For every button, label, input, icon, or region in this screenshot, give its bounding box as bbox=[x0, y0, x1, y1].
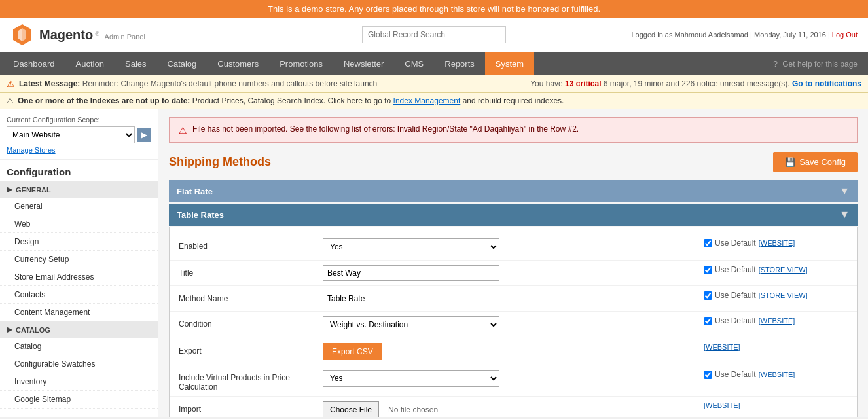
import-website-badge[interactable]: [WEBSITE] bbox=[704, 401, 740, 409]
export-label: Export bbox=[179, 343, 323, 355]
condition-select[interactable]: Weight vs. Destination bbox=[323, 316, 499, 333]
flat-rate-toggle-icon: ▼ bbox=[839, 185, 850, 197]
nav-bar: Dashboard Auction Sales Catalog Customer… bbox=[0, 52, 868, 75]
include-virtual-label: Include Virtual Products in Price Calcul… bbox=[179, 370, 323, 392]
index-management-link[interactable]: Index Management bbox=[393, 96, 461, 105]
logo-text: Magento bbox=[39, 27, 93, 42]
sidebar-section-catalog[interactable]: ▶ CATALOG bbox=[0, 321, 158, 338]
flat-rate-title: Flat Rate bbox=[177, 187, 213, 196]
index-message-bar: ⚠ One or more of the Indexes are not up … bbox=[0, 93, 868, 109]
sidebar-item-contacts[interactable]: Contacts bbox=[0, 286, 158, 304]
nav-reports[interactable]: Reports bbox=[434, 52, 485, 75]
logo-sub: Admin Panel bbox=[105, 33, 145, 41]
method-name-row: Method Name Use Default [STORE VIEW] bbox=[170, 286, 857, 312]
nav-dashboard[interactable]: Dashboard bbox=[3, 52, 65, 75]
import-label: Import bbox=[179, 401, 323, 414]
import-row: Import Choose File No file chosen [WEBSI… bbox=[170, 397, 857, 417]
sidebar-item-content-management[interactable]: Content Management bbox=[0, 304, 158, 321]
no-file-text: No file chosen bbox=[388, 405, 438, 414]
user-info: Logged in as Mahmoud Abdelsamad bbox=[631, 31, 748, 39]
search-area bbox=[295, 26, 572, 43]
title-row: Title Use Default [STORE VIEW] bbox=[170, 261, 857, 286]
include-virtual-select[interactable]: Yes bbox=[323, 370, 499, 387]
critical-link[interactable]: 13 critical bbox=[565, 79, 601, 88]
title-input[interactable] bbox=[323, 265, 499, 281]
sidebar-item-google-sitemap[interactable]: Google Sitemap bbox=[0, 391, 158, 409]
sidebar-section-general[interactable]: ▶ GENERAL bbox=[0, 181, 158, 198]
export-row: Export Export CSV [WEBSITE] bbox=[170, 338, 857, 365]
table-rates-title: Table Rates bbox=[177, 210, 224, 220]
method-name-store-badge[interactable]: [STORE VIEW] bbox=[759, 291, 808, 299]
save-config-button[interactable]: 💾 Save Config bbox=[773, 152, 858, 172]
method-name-input[interactable] bbox=[323, 291, 499, 306]
nav-cms[interactable]: CMS bbox=[394, 52, 434, 75]
scope-button[interactable]: ▶ bbox=[137, 128, 151, 142]
warning-icon: ⚠ bbox=[7, 79, 15, 89]
export-csv-button[interactable]: Export CSV bbox=[323, 343, 382, 360]
section-arrow-general: ▶ bbox=[7, 185, 12, 194]
logout-link[interactable]: Log Out bbox=[832, 31, 858, 39]
logo-area: Magento ® Admin Panel bbox=[10, 23, 287, 46]
demo-banner: This is a demo store. Any orders placed … bbox=[0, 0, 868, 18]
enabled-select[interactable]: Yes bbox=[323, 238, 499, 255]
page-title: Shipping Methods bbox=[169, 155, 271, 169]
sidebar-item-currency-setup[interactable]: Currency Setup bbox=[0, 251, 158, 268]
title-store-badge[interactable]: [STORE VIEW] bbox=[759, 266, 808, 274]
page-header: Shipping Methods 💾 Save Config bbox=[169, 152, 858, 172]
scope-select[interactable]: Main Website bbox=[7, 126, 135, 143]
help-icon: ? bbox=[773, 60, 778, 69]
header: Magento ® Admin Panel Logged in as Mahmo… bbox=[0, 18, 868, 52]
choose-file-button[interactable]: Choose File bbox=[323, 401, 379, 417]
content-area: ⚠ File has not been imported. See the fo… bbox=[158, 109, 868, 417]
sidebar: Current Configuration Scope: Main Websit… bbox=[0, 109, 158, 417]
save-icon: 💾 bbox=[785, 157, 795, 167]
user-area: Logged in as Mahmoud Abdelsamad | Monday… bbox=[581, 31, 858, 39]
include-virtual-use-default-checkbox[interactable] bbox=[704, 371, 712, 379]
sidebar-item-design[interactable]: Design bbox=[0, 233, 158, 251]
include-virtual-website-badge[interactable]: [WEBSITE] bbox=[759, 371, 795, 378]
table-rates-header[interactable]: Table Rates ▼ bbox=[169, 204, 858, 226]
help-link[interactable]: ? Get help for this page bbox=[765, 53, 865, 75]
warning-icon-2: ⚠ bbox=[7, 96, 14, 105]
sidebar-item-web[interactable]: Web bbox=[0, 215, 158, 233]
nav-promotions[interactable]: Promotions bbox=[269, 52, 333, 75]
title-use-default-checkbox[interactable] bbox=[704, 266, 712, 274]
condition-label: Condition bbox=[179, 316, 323, 329]
sidebar-catalog-items: Catalog Configurable Swatches Inventory … bbox=[0, 338, 158, 409]
enabled-website-badge[interactable]: [WEBSITE] bbox=[759, 239, 795, 247]
scope-label: Current Configuration Scope: bbox=[7, 116, 151, 124]
include-virtual-row: Include Virtual Products in Price Calcul… bbox=[170, 365, 857, 397]
search-input[interactable] bbox=[362, 26, 506, 43]
latest-message-bar: ⚠ Latest Message: Reminder: Change Magen… bbox=[0, 75, 868, 93]
flat-rate-header[interactable]: Flat Rate ▼ bbox=[169, 180, 858, 202]
export-website-badge[interactable]: [WEBSITE] bbox=[704, 343, 740, 351]
sidebar-item-store-email[interactable]: Store Email Addresses bbox=[0, 268, 158, 286]
main-layout: Current Configuration Scope: Main Websit… bbox=[0, 109, 868, 417]
enabled-label: Enabled bbox=[179, 238, 323, 251]
nav-customers[interactable]: Customers bbox=[207, 52, 269, 75]
table-rates-content: Enabled Yes Use Default [WEBSITE] Title bbox=[169, 227, 858, 417]
sidebar-item-catalog[interactable]: Catalog bbox=[0, 338, 158, 355]
go-notifications-link[interactable]: Go to notifications bbox=[792, 79, 861, 88]
sidebar-item-configurable-swatches[interactable]: Configurable Swatches bbox=[0, 355, 158, 373]
nav-auction[interactable]: Auction bbox=[65, 52, 115, 75]
title-label: Title bbox=[179, 265, 323, 278]
nav-system[interactable]: System bbox=[485, 52, 534, 75]
enabled-row: Enabled Yes Use Default [WEBSITE] bbox=[170, 234, 857, 261]
magento-logo-icon bbox=[10, 23, 34, 46]
method-name-use-default-checkbox[interactable] bbox=[704, 291, 712, 300]
condition-use-default-checkbox[interactable] bbox=[704, 317, 712, 325]
sidebar-item-inventory[interactable]: Inventory bbox=[0, 373, 158, 391]
manage-stores-link[interactable]: Manage Stores bbox=[7, 146, 151, 154]
sidebar-general-items: General Web Design Currency Setup Store … bbox=[0, 198, 158, 321]
sidebar-item-general[interactable]: General bbox=[0, 198, 158, 215]
nav-catalog[interactable]: Catalog bbox=[157, 52, 208, 75]
date-info: Monday, July 11, 2016 bbox=[754, 31, 826, 39]
error-icon: ⚠ bbox=[179, 125, 187, 136]
nav-newsletter[interactable]: Newsletter bbox=[333, 52, 394, 75]
nav-sales[interactable]: Sales bbox=[115, 52, 157, 75]
enabled-use-default-checkbox[interactable] bbox=[704, 239, 712, 247]
error-box: ⚠ File has not been imported. See the fo… bbox=[169, 117, 858, 143]
table-rates-toggle-icon: ▼ bbox=[839, 209, 850, 221]
condition-website-badge[interactable]: [WEBSITE] bbox=[759, 317, 795, 325]
